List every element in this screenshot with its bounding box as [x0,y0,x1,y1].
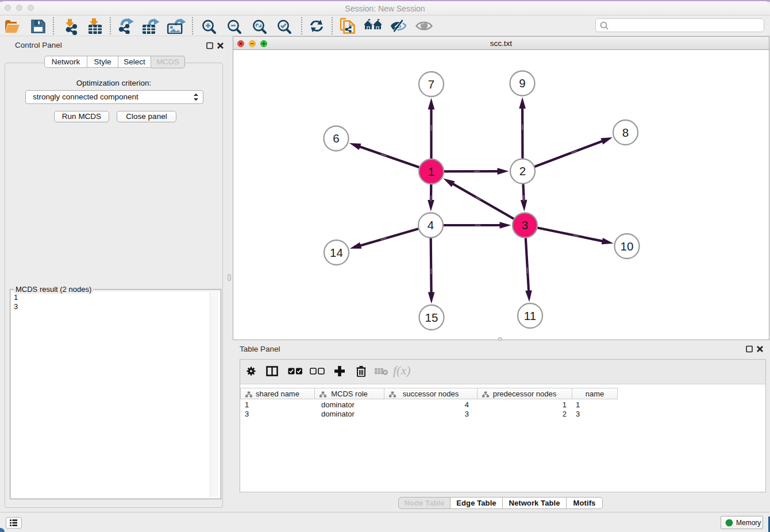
svg-text:9: 9 [519,76,525,90]
svg-text:10: 10 [621,240,634,253]
svg-text:11: 11 [524,309,536,322]
svg-text:2: 2 [519,164,526,178]
svg-text:14: 14 [330,246,343,259]
svg-text:4: 4 [428,218,434,232]
svg-text:1: 1 [428,165,434,178]
svg-text:15: 15 [425,311,438,324]
svg-text:8: 8 [622,126,629,139]
svg-text:3: 3 [522,218,528,232]
svg-text:6: 6 [333,132,339,145]
svg-text:7: 7 [428,78,434,91]
